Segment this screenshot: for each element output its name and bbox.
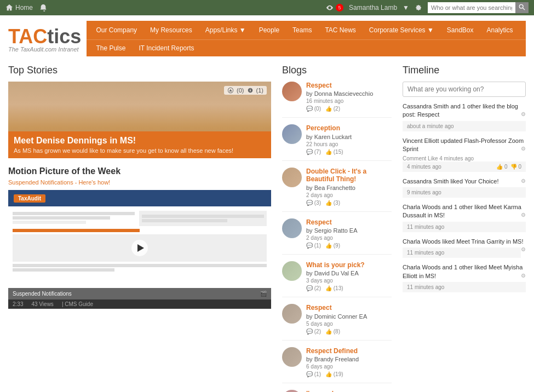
timeline-time-box: 9 minutes ago bbox=[403, 187, 526, 198]
blog-item-title[interactable]: Respect bbox=[306, 218, 392, 226]
settings-icon[interactable]: ⚙ bbox=[521, 111, 526, 118]
nav-teams[interactable]: Teams bbox=[286, 21, 318, 39]
nav-our-company[interactable]: Our Company bbox=[89, 21, 143, 39]
comment-icon: 💬 (0) bbox=[306, 106, 321, 112]
notification-bell[interactable] bbox=[39, 4, 47, 11]
settings-icon[interactable]: ⚙ bbox=[521, 177, 526, 185]
nav-analytics[interactable]: Analytics bbox=[480, 21, 519, 39]
like-icon: 👍 (13) bbox=[325, 285, 343, 291]
settings-icon[interactable]: ⚙ bbox=[521, 211, 526, 219]
settings-icon[interactable]: ⚙ bbox=[521, 145, 526, 153]
timeline-time-box: 4 minutes ago 👍 0 👎 0 bbox=[403, 162, 526, 172]
blog-item-title[interactable]: I'm new here bbox=[306, 390, 392, 392]
nav-the-pulse[interactable]: The Pulse bbox=[89, 40, 132, 56]
nav-corporate-services[interactable]: Corporate Services ▼ bbox=[363, 21, 440, 39]
main-content: Top Stories (0) (1) Meet Denise Dennings… bbox=[0, 56, 534, 392]
blog-avatar bbox=[282, 218, 302, 238]
featured-desc: As MS has grown we would like to make su… bbox=[14, 147, 266, 154]
blog-item[interactable]: What is your pick? by David Du Val EA 3 … bbox=[282, 261, 392, 297]
blog-avatar bbox=[282, 168, 302, 187]
logo-tics: tics bbox=[47, 25, 81, 48]
timeline-item: Cassandra Smith and 1 other liked the bl… bbox=[403, 102, 526, 131]
nav-tac-news[interactable]: TAC News bbox=[318, 21, 362, 39]
blog-item-title[interactable]: What is your pick? bbox=[306, 261, 392, 269]
timeline-item: Charla Woods and 1 other liked Meet Myis… bbox=[403, 263, 526, 292]
video-meta-bar: 2:33 43 Views | CMS Guide bbox=[8, 299, 271, 309]
video-guide-link[interactable]: | CMS Guide bbox=[62, 301, 93, 307]
featured-story[interactable]: (0) (1) Meet Denise Dennings in MS! As M… bbox=[8, 82, 271, 158]
notification-count: 5 bbox=[336, 4, 343, 11]
comment-icon: 💬 (7) bbox=[306, 149, 321, 155]
blog-item-title[interactable]: Double Click - It's a Beautiful Thing! bbox=[306, 168, 392, 183]
reaction-down[interactable]: 👎 0 bbox=[510, 164, 521, 170]
logo[interactable]: TACtics bbox=[8, 25, 81, 48]
logo-tac: TAC bbox=[8, 25, 47, 48]
svg-line-1 bbox=[522, 8, 525, 10]
reaction-up[interactable]: 👍 0 bbox=[496, 164, 507, 170]
comment-icon: 💬 (2) bbox=[306, 328, 321, 335]
blog-item-time: 2 days ago bbox=[306, 192, 392, 198]
motion-subtitle: Suspended Notifications - Here's how! bbox=[8, 179, 271, 186]
blog-item-stats: 💬 (1) 👍 (9) bbox=[306, 243, 392, 249]
blog-item[interactable]: Respect by Dominic Conner EA 5 days ago … bbox=[282, 304, 392, 340]
blogs-list: Respect by Donna Mascievecchio 16 minute… bbox=[282, 82, 392, 392]
blog-item[interactable]: Respect by Sergio Ratto EA 2 days ago 💬 … bbox=[282, 218, 392, 255]
blog-item[interactable]: Respect by Donna Mascievecchio 16 minute… bbox=[282, 82, 392, 118]
video-views: 43 Views bbox=[31, 301, 53, 307]
blog-item-time: 2 days ago bbox=[306, 235, 392, 241]
featured-overlay: Meet Denise Dennings in MS! As MS has gr… bbox=[8, 131, 271, 158]
blog-item-stats: 💬 (1) 👍 (19) bbox=[306, 371, 392, 377]
settings-icon[interactable]: ⚙ bbox=[521, 246, 526, 253]
timeline-item: Charla Woods liked Meet Trina Garrity in… bbox=[403, 238, 526, 258]
search-bar[interactable] bbox=[428, 2, 529, 13]
blog-item-title[interactable]: Respect bbox=[306, 304, 392, 312]
nav-sandbox[interactable]: SandBox bbox=[440, 21, 480, 39]
comment-icon: 💬 (1) bbox=[306, 371, 321, 377]
blog-item-author: by Bea Franchetto bbox=[306, 185, 392, 191]
timeline-time: 9 minutes ago bbox=[407, 189, 441, 195]
blog-item[interactable]: Respect Defined by Brandy Freeland 6 day… bbox=[282, 347, 392, 383]
blog-item-title[interactable]: Respect bbox=[306, 82, 392, 89]
blog-item[interactable]: Double Click - It's a Beautiful Thing! b… bbox=[282, 168, 392, 212]
eye-icon: 5 bbox=[326, 4, 343, 11]
video-container[interactable]: TaxAudit bbox=[8, 190, 271, 299]
blog-item-stats: 💬 (3) 👍 (3) bbox=[306, 200, 392, 206]
timeline-title: Timeline bbox=[403, 65, 526, 76]
blog-item-stats: 💬 (2) 👍 (8) bbox=[306, 328, 392, 335]
nav-main: Our Company My Resources Apps/Links ▼ Pe… bbox=[87, 21, 526, 39]
user-name[interactable]: Samantha Lamb bbox=[349, 4, 397, 11]
timeline-time-box: 11 minutes ago bbox=[403, 247, 521, 258]
nav-my-resources[interactable]: My Resources bbox=[143, 21, 199, 39]
timeline-item: Vincent Elliott updated Flash-Professor … bbox=[403, 137, 526, 172]
timeline-time: about a minute ago bbox=[407, 123, 454, 129]
home-link[interactable]: Home bbox=[5, 4, 33, 11]
like-icon: 👍 (19) bbox=[325, 371, 343, 377]
like-icon: 👍 (8) bbox=[325, 328, 340, 335]
settings-gear[interactable] bbox=[415, 4, 422, 11]
settings-icon[interactable]: ⚙ bbox=[521, 272, 526, 280]
blog-avatar bbox=[282, 124, 302, 144]
blogs-title: Blogs bbox=[282, 65, 392, 76]
blog-item-time: 5 days ago bbox=[306, 321, 392, 327]
blog-item-title[interactable]: Perception bbox=[306, 124, 392, 132]
like-icon: 👍 (2) bbox=[325, 106, 340, 112]
blog-item[interactable]: I'm new here by Perla Melendez 6 days ag… bbox=[282, 390, 392, 392]
timeline-entry-text: Vincent Elliott updated Flash-Professor … bbox=[403, 137, 526, 154]
blog-info: Respect by Sergio Ratto EA 2 days ago 💬 … bbox=[306, 218, 392, 249]
like-icon: 👍 (15) bbox=[325, 149, 343, 155]
blog-item[interactable]: Perception by Karen Luckart 22 hours ago… bbox=[282, 124, 392, 160]
search-button[interactable] bbox=[515, 2, 529, 13]
video-time: 2:33 bbox=[13, 301, 23, 307]
blog-info: Respect Defined by Brandy Freeland 6 day… bbox=[306, 347, 392, 377]
nav-it-incidents[interactable]: IT Incident Reports bbox=[132, 40, 200, 56]
blog-item-title[interactable]: Respect Defined bbox=[306, 347, 392, 355]
timeline-entry-text: Charla Woods liked Meet Trina Garrity in… bbox=[403, 238, 526, 246]
blogs-column: Blogs Respect by Donna Mascievecchio 16 … bbox=[282, 65, 392, 392]
blog-info: What is your pick? by David Du Val EA 3 … bbox=[306, 261, 392, 291]
user-chevron[interactable]: ▼ bbox=[403, 4, 409, 11]
timeline-input[interactable] bbox=[403, 82, 526, 97]
nav-people[interactable]: People bbox=[252, 21, 286, 39]
timeline-list: Cassandra Smith and 1 other liked the bl… bbox=[403, 102, 526, 292]
nav-apps-links[interactable]: Apps/Links ▼ bbox=[199, 21, 252, 39]
search-input[interactable] bbox=[428, 2, 515, 13]
